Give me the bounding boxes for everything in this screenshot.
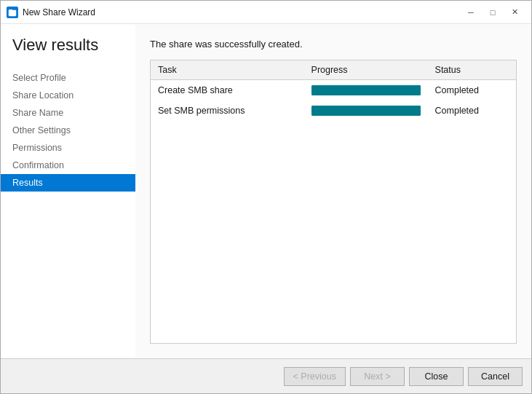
sidebar-item-permissions[interactable]: Permissions [1,139,135,157]
window-controls: ─ □ ✕ [460,4,525,20]
progress-cell [304,80,428,101]
table-row: Set SMB permissionsCompleted [151,101,516,121]
results-table: Task Progress Status Create SMB shareCom… [151,60,516,121]
status-cell: Completed [428,101,516,121]
task-cell: Create SMB share [151,80,304,101]
column-status: Status [428,60,516,80]
column-task: Task [151,60,304,80]
sidebar-item-results[interactable]: Results [1,174,135,192]
progress-cell [304,101,428,121]
app-icon [7,7,18,18]
footer: < Previous Next > Close Cancel [1,358,531,393]
main-content: View results Select ProfileShare Locatio… [1,24,531,358]
close-window-button[interactable]: ✕ [504,4,525,20]
cancel-button[interactable]: Cancel [468,367,523,386]
content-panel: The share was successfully created. Task… [135,24,531,358]
previous-button[interactable]: < Previous [284,367,346,386]
wizard-window: New Share Wizard ─ □ ✕ View results Sele… [0,0,532,394]
status-cell: Completed [428,80,516,101]
sidebar-item-other-settings[interactable]: Other Settings [1,122,135,139]
next-button[interactable]: Next > [350,367,405,386]
sidebar-item-select-profile[interactable]: Select Profile [1,69,135,87]
sidebar-heading: View results [1,36,135,69]
sidebar-item-share-location[interactable]: Share Location [1,87,135,104]
results-table-container: Task Progress Status Create SMB shareCom… [150,60,517,344]
sidebar-item-share-name[interactable]: Share Name [1,104,135,122]
window-title: New Share Wizard [23,7,460,17]
table-row: Create SMB shareCompleted [151,80,516,101]
close-button[interactable]: Close [409,367,464,386]
svg-rect-1 [9,9,12,12]
sidebar: View results Select ProfileShare Locatio… [1,24,135,358]
sidebar-item-confirmation[interactable]: Confirmation [1,157,135,174]
success-message: The share was successfully created. [150,39,517,50]
minimize-button[interactable]: ─ [460,4,482,20]
restore-button[interactable]: □ [482,4,504,20]
task-cell: Set SMB permissions [151,101,304,121]
column-progress: Progress [304,60,428,80]
title-bar: New Share Wizard ─ □ ✕ [1,1,531,24]
